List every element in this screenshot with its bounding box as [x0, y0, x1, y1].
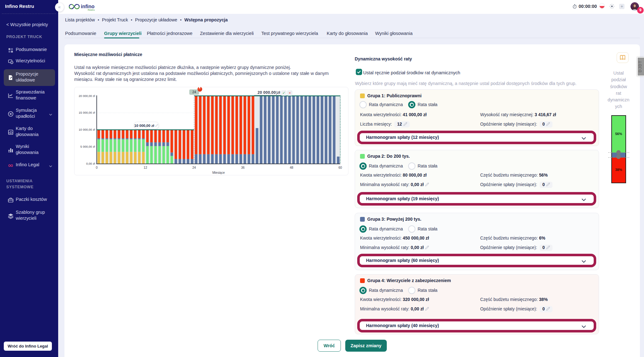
svg-text:24: 24 [192, 166, 196, 169]
svg-text:5 000,00 zł: 5 000,00 zł [80, 145, 95, 148]
svg-text:10 000,00 zł: 10 000,00 zł [79, 128, 95, 131]
svg-text:15 000,00 zł: 15 000,00 zł [79, 111, 95, 114]
svg-text:0: 0 [96, 166, 98, 169]
svg-text:0,00 zł: 0,00 zł [86, 162, 95, 165]
svg-text:48: 48 [290, 166, 294, 169]
svg-text:60: 60 [338, 166, 342, 169]
svg-text:Restru: Restru [88, 8, 95, 11]
svg-text:Miesiące: Miesiące [212, 171, 225, 174]
svg-text:36: 36 [241, 166, 245, 169]
svg-text:12: 12 [144, 166, 147, 169]
svg-text:20 000,00 zł: 20 000,00 zł [79, 94, 95, 98]
